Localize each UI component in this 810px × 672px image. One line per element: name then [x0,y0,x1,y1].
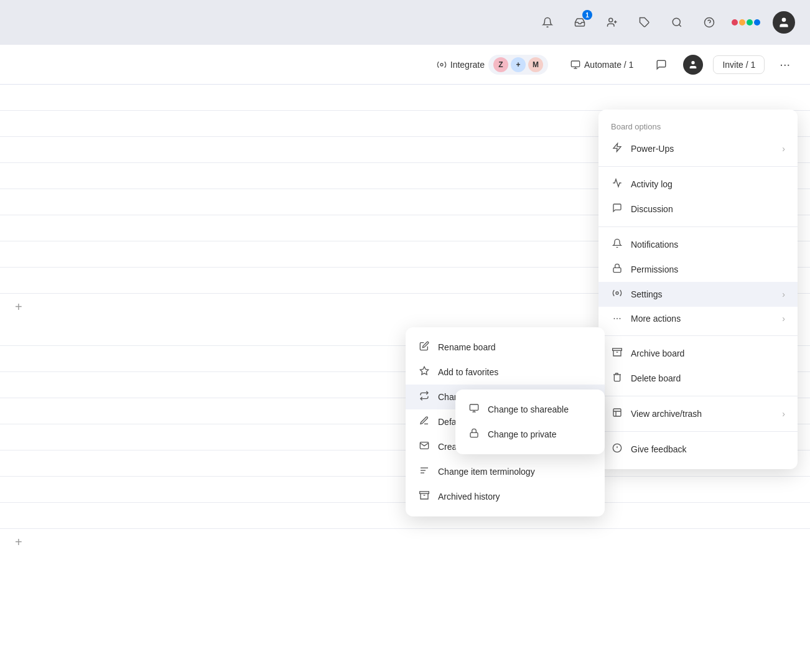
svg-point-8 [782,18,786,22]
board-row-16 [0,503,810,529]
user-avatar[interactable] [773,11,795,34]
menu-label-delete-board: Delete board [631,373,681,383]
view-archive-icon [611,408,623,420]
menu-item-power-ups[interactable]: Power-Ups › [598,136,798,161]
svg-rect-17 [613,348,622,350]
submenu-label-add-favorites: Add to favorites [438,367,498,377]
power-ups-icon [611,142,623,155]
notifications-icon[interactable] [538,12,557,32]
invite-label: Invite / 1 [722,60,755,70]
feedback-icon [611,443,623,455]
search-icon[interactable] [667,12,687,32]
chevron-power-ups: › [782,144,785,154]
create-email-icon [418,441,431,453]
menu-item-more-actions[interactable]: ··· More actions › [598,307,798,330]
svg-point-13 [692,61,695,64]
menu-item-activity-log[interactable]: Activity log [598,172,798,197]
divider-3 [598,335,798,336]
notifications-menu-icon [611,238,623,251]
menu-label-power-ups: Power-Ups [631,144,674,154]
submenu-label-change-shareable: Change to shareable [488,404,569,414]
help-icon[interactable] [699,12,719,32]
board-row-1 [0,85,810,111]
main-content: + + Board options Power-Ups › [0,85,810,672]
menu-item-permissions[interactable]: Permissions [598,257,798,282]
integration-icons: Z + M [488,55,548,75]
svg-rect-10 [571,61,579,67]
divider-5 [598,431,798,432]
comment-button[interactable] [649,55,673,74]
menu-label-permissions: Permissions [631,264,678,274]
menu-item-notifications[interactable]: Notifications [598,232,798,257]
divider-1 [598,166,798,167]
discussion-icon [611,203,623,215]
integrate-button[interactable]: Integrate Z + M [431,51,554,78]
chevron-view-archive: › [782,409,785,419]
menu-item-view-archive[interactable]: View archive/trash › [598,401,798,426]
svg-rect-27 [420,492,429,493]
inbox-icon[interactable]: 1 [570,12,590,32]
menu-label-archive-board: Archive board [631,348,684,358]
submenu-label-archived-history: Archived history [438,492,500,502]
shareable-icon [468,403,480,416]
automate-label: Automate / 1 [584,60,633,70]
private-icon [468,428,480,441]
extensions-icon[interactable] [635,12,654,32]
divider-4 [598,396,798,396]
submenu-item-change-private[interactable]: Change to private [455,422,605,447]
submenu-item-add-favorites[interactable]: Add to favorites [406,360,605,385]
menu-label-settings: Settings [631,289,663,299]
invite-button[interactable]: Invite / 1 [713,55,765,74]
divider-2 [598,226,798,227]
archive-icon [611,347,623,360]
integration-icon-2: + [511,57,526,72]
menu-item-delete-board[interactable]: Delete board [598,366,798,391]
activity-log-icon [611,178,623,190]
terminology-icon [418,465,431,478]
change-board-type-icon [418,391,431,403]
rename-icon [418,341,431,353]
menu-item-give-feedback[interactable]: Give feedback [598,437,798,462]
submenu-item-change-shareable[interactable]: Change to shareable [455,397,605,422]
board-options-title: Board options [598,117,798,136]
add-row-button-2[interactable]: + [0,529,810,555]
permissions-icon [611,263,623,276]
default-values-icon [418,416,431,428]
chevron-more-actions: › [782,314,785,324]
svg-point-16 [616,292,618,294]
menu-label-discussion: Discussion [631,204,673,214]
menu-label-activity-log: Activity log [631,179,673,189]
more-options-button[interactable]: ··· [775,55,795,74]
menu-item-discussion[interactable]: Discussion [598,197,798,222]
delete-icon [611,372,623,385]
submenu-item-rename-board[interactable]: Rename board [406,335,605,360]
submenu-item-terminology[interactable]: Change item terminology [406,459,605,484]
svg-rect-15 [613,268,621,272]
monday-logo [732,19,760,26]
submenu-item-archived-history[interactable]: Archived history [406,484,605,509]
board-options-menu: Board options Power-Ups › [598,110,798,469]
svg-point-9 [440,63,443,66]
more-actions-icon: ··· [611,313,623,324]
top-nav: 1 [0,0,810,45]
menu-label-give-feedback: Give feedback [631,444,687,454]
chevron-settings: › [782,289,785,299]
submenu-label-terminology: Change item terminology [438,467,535,477]
svg-rect-19 [613,409,621,416]
svg-rect-29 [470,404,478,410]
toolbar-avatar[interactable] [683,55,703,75]
menu-label-more-actions: More actions [631,314,681,324]
submenu-label-change-private: Change to private [488,429,557,439]
menu-label-notifications: Notifications [631,240,678,250]
svg-point-4 [673,18,680,26]
svg-line-5 [679,24,681,26]
invite-people-icon[interactable] [602,12,622,32]
secondary-toolbar: Integrate Z + M Automate / 1 Invite / 1 … [0,45,810,85]
svg-point-0 [609,18,613,22]
menu-item-settings[interactable]: Settings › [598,282,798,307]
favorites-icon [418,366,431,378]
menu-item-archive-board[interactable]: Archive board [598,341,798,366]
integrate-label: Integrate [450,60,485,70]
automate-button[interactable]: Automate / 1 [564,56,640,73]
svg-rect-32 [470,432,478,437]
